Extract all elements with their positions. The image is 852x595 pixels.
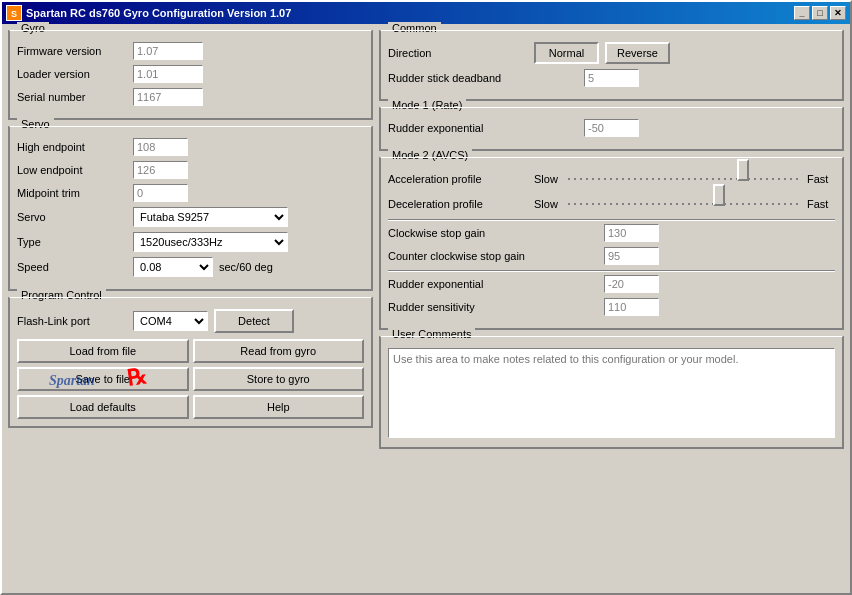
- cw-stop-input[interactable]: [604, 224, 659, 242]
- serial-input[interactable]: [133, 88, 203, 106]
- title-bar: S Spartan RC ds760 Gyro Configuration Ve…: [2, 2, 850, 24]
- mode1-group: Mode 1 (Rate) Rudder exponential: [379, 107, 844, 151]
- decel-track: [568, 194, 801, 214]
- port-select[interactable]: COM1 COM2 COM3 COM4: [133, 311, 208, 331]
- ccw-stop-row: Counter clockwise stop gain: [388, 247, 835, 265]
- decel-slow-label: Slow: [534, 198, 562, 210]
- high-endpoint-row: High endpoint: [17, 138, 364, 156]
- mode2-rudder-exp-input[interactable]: [604, 275, 659, 293]
- divider2: [388, 270, 835, 272]
- speed-select[interactable]: 0.08 0.10 0.12: [133, 257, 213, 277]
- left-column: Gyro Firmware version Loader version Ser…: [8, 30, 373, 449]
- loader-row: Loader version: [17, 65, 364, 83]
- type-select[interactable]: 1520usec/333Hz 1520usec/50Hz 760usec/333…: [133, 232, 288, 252]
- cw-stop-row: Clockwise stop gain: [388, 224, 835, 242]
- accel-label: Acceleration profile: [388, 173, 528, 185]
- flash-link-row: Flash-Link port COM1 COM2 COM3 COM4 Dete…: [17, 309, 364, 333]
- detect-button[interactable]: Detect: [214, 309, 294, 333]
- high-endpoint-input[interactable]: [133, 138, 188, 156]
- user-comments-title: User Comments: [388, 328, 475, 340]
- divider1: [388, 219, 835, 221]
- low-endpoint-label: Low endpoint: [17, 164, 127, 176]
- gyro-group-title: Gyro: [17, 22, 49, 34]
- program-control-title: Program Control: [17, 289, 106, 301]
- deadband-label: Rudder stick deadband: [388, 72, 578, 84]
- loader-label: Loader version: [17, 68, 127, 80]
- accel-thumb[interactable]: [737, 159, 749, 181]
- midpoint-row: Midpoint trim: [17, 184, 364, 202]
- cw-stop-label: Clockwise stop gain: [388, 227, 598, 239]
- low-endpoint-input[interactable]: [133, 161, 188, 179]
- accel-row: Acceleration profile Slow Fast: [388, 169, 835, 189]
- program-control-group: Program Control Flash-Link port COM1 COM…: [8, 297, 373, 428]
- help-button[interactable]: Help: [193, 395, 365, 419]
- servo-select[interactable]: Futaba S9257 Hitec HS-5245MG Generic: [133, 207, 288, 227]
- decel-fast-label: Fast: [807, 198, 835, 210]
- reverse-button[interactable]: Reverse: [605, 42, 670, 64]
- spartan-logo: Spartan: [49, 373, 95, 389]
- ccw-stop-input[interactable]: [604, 247, 659, 265]
- firmware-input[interactable]: [133, 42, 203, 60]
- serial-label: Serial number: [17, 91, 127, 103]
- low-endpoint-row: Low endpoint: [17, 161, 364, 179]
- mode1-rudder-exp-label: Rudder exponential: [388, 122, 578, 134]
- decel-label: Deceleration profile: [388, 198, 528, 210]
- servo-label: Servo: [17, 211, 127, 223]
- mode2-rudder-exp-row: Rudder exponential: [388, 275, 835, 293]
- accel-slow-label: Slow: [534, 173, 562, 185]
- speed-row: Speed 0.08 0.10 0.12 sec/60 deg: [17, 257, 364, 277]
- speed-label: Speed: [17, 261, 127, 273]
- accel-fast-label: Fast: [807, 173, 835, 185]
- read-from-gyro-button[interactable]: Read from gyro: [193, 339, 365, 363]
- window-title: Spartan RC ds760 Gyro Configuration Vers…: [26, 7, 794, 19]
- content-area: Gyro Firmware version Loader version Ser…: [2, 24, 850, 473]
- deadband-input[interactable]: [584, 69, 639, 87]
- mode1-rudder-exp-row: Rudder exponential: [388, 119, 835, 137]
- decel-slider-container: Slow Fast: [534, 194, 835, 214]
- loader-input[interactable]: [133, 65, 203, 83]
- app-icon: S: [6, 5, 22, 21]
- firmware-label: Firmware version: [17, 45, 127, 57]
- type-label: Type: [17, 236, 127, 248]
- brand-icon: ℞: [125, 364, 148, 393]
- maximize-button[interactable]: □: [812, 6, 828, 20]
- common-group: Common Direction Normal Reverse Rudder s…: [379, 30, 844, 101]
- direction-row: Direction Normal Reverse: [388, 42, 835, 64]
- mode1-group-title: Mode 1 (Rate): [388, 99, 466, 111]
- accel-track: [568, 169, 801, 189]
- minimize-button[interactable]: _: [794, 6, 810, 20]
- mode1-rudder-exp-input[interactable]: [584, 119, 639, 137]
- right-column: Common Direction Normal Reverse Rudder s…: [379, 30, 844, 449]
- accel-slider-container: Slow Fast: [534, 169, 835, 189]
- deadband-row: Rudder stick deadband: [388, 69, 835, 87]
- load-from-file-button[interactable]: Load from file: [17, 339, 189, 363]
- direction-label: Direction: [388, 47, 528, 59]
- high-endpoint-label: High endpoint: [17, 141, 127, 153]
- midpoint-label: Midpoint trim: [17, 187, 127, 199]
- store-to-gyro-button[interactable]: Store to gyro: [193, 367, 365, 391]
- rudder-sens-input[interactable]: [604, 298, 659, 316]
- save-to-file-button[interactable]: Save to file: [17, 367, 189, 391]
- gyro-group: Gyro Firmware version Loader version Ser…: [8, 30, 373, 120]
- mode2-group-title: Mode 2 (AVCS): [388, 149, 472, 161]
- accel-dots: [568, 178, 801, 180]
- midpoint-input[interactable]: [133, 184, 188, 202]
- decel-thumb[interactable]: [713, 184, 725, 206]
- ccw-stop-label: Counter clockwise stop gain: [388, 250, 598, 262]
- user-comments-textarea[interactable]: [388, 348, 835, 438]
- load-defaults-button[interactable]: Load defaults: [17, 395, 189, 419]
- common-group-title: Common: [388, 22, 441, 34]
- user-comments-group: User Comments: [379, 336, 844, 449]
- close-button[interactable]: ✕: [830, 6, 846, 20]
- mode2-rudder-exp-label: Rudder exponential: [388, 278, 598, 290]
- speed-unit: sec/60 deg: [219, 261, 329, 273]
- decel-row: Deceleration profile Slow Fast: [388, 194, 835, 214]
- servo-type-row: Servo Futaba S9257 Hitec HS-5245MG Gener…: [17, 207, 364, 227]
- flash-link-label: Flash-Link port: [17, 315, 127, 327]
- main-window: S Spartan RC ds760 Gyro Configuration Ve…: [0, 0, 852, 595]
- mode2-group: Mode 2 (AVCS) Acceleration profile Slow …: [379, 157, 844, 330]
- type-row: Type 1520usec/333Hz 1520usec/50Hz 760use…: [17, 232, 364, 252]
- normal-button[interactable]: Normal: [534, 42, 599, 64]
- serial-row: Serial number: [17, 88, 364, 106]
- decel-dots: [568, 203, 801, 205]
